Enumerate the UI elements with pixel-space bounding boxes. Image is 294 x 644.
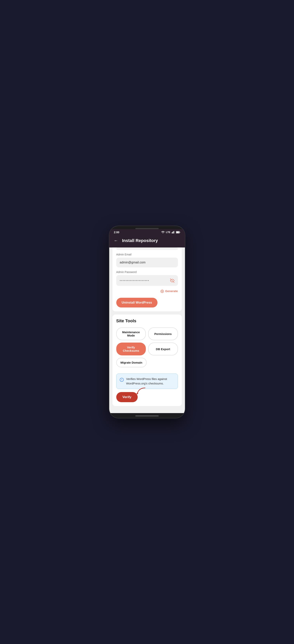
battery-icon [176,231,180,234]
generate-row: Generate [116,289,178,293]
main-content: Admin Email admin@gmail.com Admin Passwo… [109,248,185,413]
migrate-domain-button[interactable]: Migrate Domain [116,358,147,367]
generate-button[interactable]: Generate [160,289,178,293]
svg-rect-6 [176,232,179,233]
db-export-button[interactable]: DB Export [148,342,178,356]
status-bar: 2:00 LTE [109,229,185,235]
phone-frame: 2:00 LTE ← [109,226,185,418]
verify-area: Verify [116,392,178,402]
wifi-icon [161,231,165,234]
permissions-button[interactable]: Permissions [148,327,178,340]
back-button[interactable]: ← [113,237,119,244]
home-indicator [109,413,185,418]
verify-checksums-label: Verify Checksums [123,346,139,352]
svg-point-0 [162,233,163,234]
svg-rect-2 [172,232,173,234]
truncated-field [116,248,178,250]
info-icon [120,377,124,382]
info-text: Verifies WordPress files against WordPre… [126,377,175,386]
gear-icon [160,289,164,293]
uninstall-wordpress-button[interactable]: Uninstall WordPress [116,298,157,308]
signal-icon [172,231,175,234]
svg-point-9 [162,291,163,292]
home-bar [135,416,159,416]
site-tools-card: Site Tools Maintenance Mode Permissions … [112,314,182,406]
wordpress-card: Admin Email admin@gmail.com Admin Passwo… [112,248,182,312]
svg-rect-3 [173,231,174,234]
admin-email-label: Admin Email [116,253,178,256]
verify-checksums-button[interactable]: Verify Checksums [116,342,146,356]
info-box: Verifies WordPress files against WordPre… [116,374,178,389]
verify-button[interactable]: Verify [116,392,138,402]
page-title: Install Repository [122,238,158,243]
admin-email-value: admin@gmail.com [120,261,146,264]
svg-rect-4 [174,231,175,234]
db-export-label: DB Export [156,348,170,351]
site-tools-title: Site Tools [116,318,178,324]
generate-label: Generate [165,289,178,293]
admin-password-input[interactable]: •••••••••••••••••••• [116,275,178,286]
permissions-label: Permissions [154,332,172,336]
admin-email-input[interactable]: admin@gmail.com [116,258,178,267]
status-time: 2:00 [114,231,119,234]
app-header: ← Install Repository [109,235,185,248]
svg-rect-7 [180,232,180,233]
tools-grid: Maintenance Mode Permissions Verify Chec… [116,327,178,356]
toggle-password-icon[interactable] [170,278,174,283]
lte-label: LTE [166,231,170,234]
single-tools-row: Migrate Domain [116,358,178,370]
maintenance-mode-label: Maintenance Mode [122,330,140,337]
svg-rect-1 [172,232,172,234]
admin-password-value: •••••••••••••••••••• [120,279,149,282]
maintenance-mode-button[interactable]: Maintenance Mode [116,327,146,340]
migrate-domain-label: Migrate Domain [121,361,143,364]
admin-password-label: Admin Password [116,270,178,274]
status-icons: LTE [161,231,180,234]
